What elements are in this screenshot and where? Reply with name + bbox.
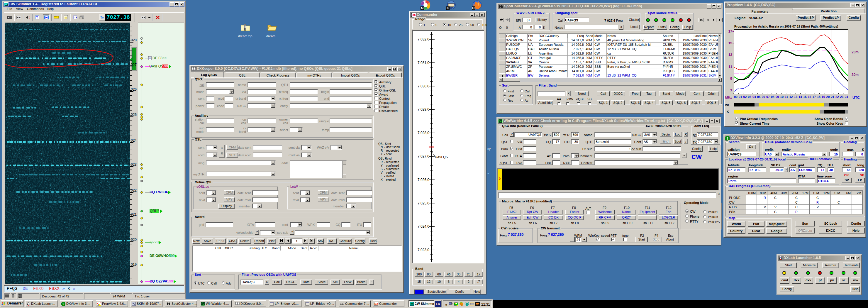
svg-text:7 023,0: 7 023,0	[417, 248, 429, 252]
svg-text:15: 15	[803, 95, 807, 98]
svg-text:09: 09	[776, 95, 779, 98]
svg-text:022: 022	[131, 188, 137, 192]
svg-text:07: 07	[766, 95, 770, 98]
svg-text:7 032,0: 7 032,0	[417, 37, 429, 41]
svg-text:16: 16	[808, 95, 811, 98]
svg-text:7 030,0: 7 030,0	[417, 84, 429, 88]
svg-text:17: 17	[812, 95, 816, 98]
svg-text:7 031,0: 7 031,0	[417, 61, 429, 65]
svg-text:22: 22	[835, 95, 839, 98]
svg-text:11: 11	[785, 95, 788, 98]
svg-text:20: 20	[826, 95, 830, 98]
svg-text:023: 023	[131, 162, 137, 166]
svg-text:7 028,0: 7 028,0	[417, 131, 429, 135]
svg-text:7 024,0: 7 024,0	[417, 224, 429, 228]
svg-text:19: 19	[822, 95, 825, 98]
svg-text:7 027,0: 7 027,0	[417, 154, 429, 158]
svg-text:01: 01	[739, 95, 742, 98]
svg-text:7 026,0: 7 026,0	[417, 178, 429, 182]
svg-text:026: 026	[131, 87, 137, 92]
svg-text:027: 027	[131, 63, 137, 67]
svg-text:021: 021	[131, 212, 137, 216]
svg-text:23: 23	[840, 95, 844, 98]
svg-text:14: 14	[799, 95, 802, 98]
svg-text:21: 21	[831, 95, 834, 98]
svg-text:019: 019	[131, 263, 137, 267]
svg-text:12: 12	[789, 95, 793, 98]
svg-text:13: 13	[794, 95, 798, 98]
svg-text:3: 3	[461, 303, 462, 306]
svg-text:04: 04	[752, 95, 756, 98]
svg-text:024: 024	[131, 138, 137, 143]
svg-text:10: 10	[780, 95, 783, 98]
svg-text:08: 08	[771, 95, 774, 98]
svg-text:03: 03	[748, 95, 751, 98]
svg-text:24: 24	[844, 95, 848, 98]
svg-text:7 029,0: 7 029,0	[417, 107, 429, 112]
svg-text:?: ?	[726, 136, 728, 140]
svg-text:020: 020	[131, 238, 137, 242]
svg-text:18: 18	[817, 95, 820, 98]
svg-text:02: 02	[743, 95, 747, 98]
svg-text:UA9FQS: UA9FQS	[435, 155, 448, 159]
svg-text:05: 05	[757, 95, 761, 98]
svg-text:?: ?	[62, 302, 64, 306]
svg-text:7 025,0: 7 025,0	[417, 201, 429, 205]
svg-text:025: 025	[131, 113, 137, 117]
svg-text:028: 028	[131, 38, 137, 42]
svg-text:00: 00	[734, 95, 738, 98]
svg-text:06: 06	[762, 95, 765, 98]
